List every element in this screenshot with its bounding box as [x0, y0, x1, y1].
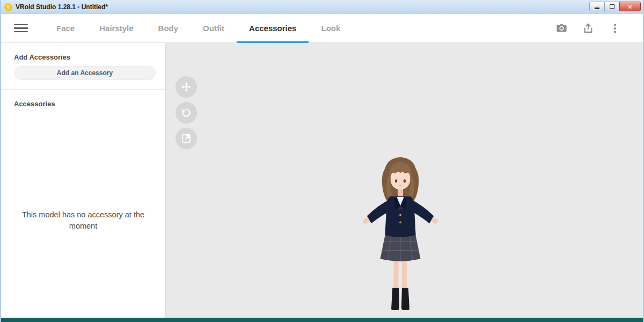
tab-hairstyle[interactable]: Hairstyle	[87, 14, 145, 42]
maximize-button[interactable]	[604, 2, 620, 11]
empty-accessories-message: This model has no accessory at the momen…	[13, 209, 153, 232]
toolbar-actions	[555, 14, 643, 42]
vroid-logo-icon: V	[4, 3, 12, 11]
main-menu-button[interactable]	[14, 14, 28, 42]
add-accessories-heading: Add Accessories	[1, 43, 165, 66]
character-model[interactable]	[349, 155, 451, 313]
close-icon: ×	[628, 3, 632, 10]
tab-bar: Face Hairstyle Body Outfit Accessories L…	[1, 14, 643, 43]
hamburger-icon	[14, 24, 28, 26]
accessories-list-heading: Accessories	[1, 90, 165, 113]
editor-tabs: Face Hairstyle Body Outfit Accessories L…	[44, 14, 353, 42]
move-tool-button[interactable]	[175, 76, 197, 98]
tab-look[interactable]: Look	[309, 14, 353, 42]
bottom-border-strip	[1, 318, 643, 322]
minimize-icon	[595, 8, 599, 9]
accessories-sidebar: Add Accessories Add an Accessory Accesso…	[1, 43, 166, 318]
move-icon	[181, 82, 192, 92]
window-title: VRoid Studio 1.28.1 - Untitled*	[16, 3, 108, 11]
rotate-icon	[181, 107, 192, 118]
camera-icon[interactable]	[555, 22, 568, 35]
content-area: Add Accessories Add an Accessory Accesso…	[1, 43, 643, 318]
tab-outfit[interactable]: Outfit	[191, 14, 237, 42]
title-bar[interactable]: V VRoid Studio 1.28.1 - Untitled* ×	[1, 0, 643, 14]
3d-viewport[interactable]	[166, 43, 643, 318]
close-button[interactable]: ×	[619, 2, 641, 11]
app-window: V VRoid Studio 1.28.1 - Untitled* × Face…	[0, 0, 644, 322]
tab-accessories[interactable]: Accessories	[237, 14, 309, 42]
window-controls: ×	[590, 2, 641, 11]
frame-icon	[181, 133, 192, 144]
viewport-tool-stack	[175, 76, 197, 149]
rotate-tool-button[interactable]	[175, 102, 197, 123]
minimize-button[interactable]	[589, 2, 605, 11]
export-icon[interactable]	[582, 22, 595, 35]
add-accessory-button[interactable]: Add an Accessory	[14, 66, 156, 80]
tab-face[interactable]: Face	[44, 14, 87, 42]
frame-tool-button[interactable]	[175, 128, 197, 149]
maximize-icon	[610, 4, 614, 9]
tab-body[interactable]: Body	[146, 14, 191, 42]
more-menu-icon[interactable]	[609, 22, 621, 35]
